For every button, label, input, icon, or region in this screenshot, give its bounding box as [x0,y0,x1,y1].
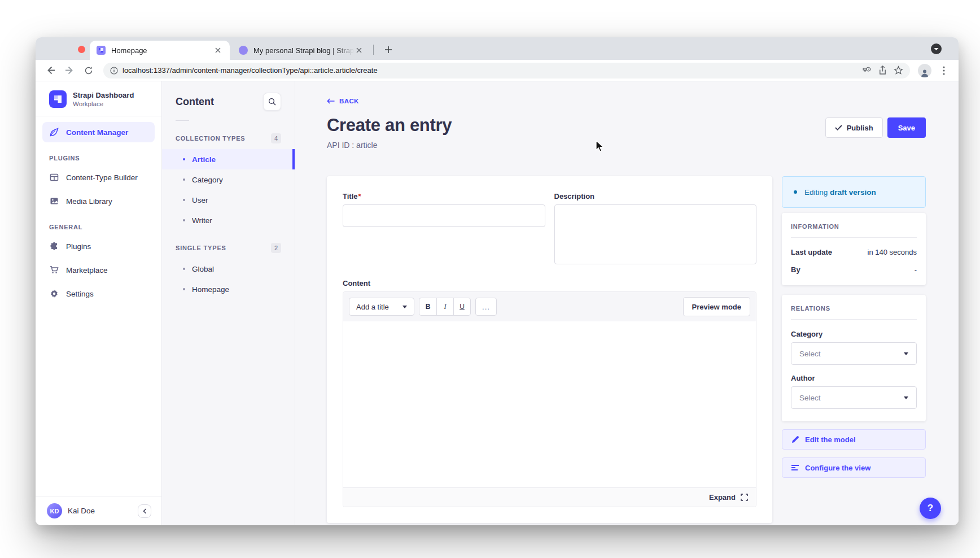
browser-window: Homepage My personal Strapi blog | Strap [36,37,959,525]
close-window-button[interactable] [78,46,85,53]
pencil-icon [791,435,799,443]
publish-button[interactable]: Publish [825,117,883,138]
description-textarea[interactable] [554,204,757,264]
tab-homepage[interactable]: Homepage [90,41,230,60]
star-icon[interactable] [894,66,903,75]
subnav-item-article[interactable]: Article [162,149,295,169]
sidebar-item-label: Media Library [66,197,112,206]
relations-title: RELATIONS [791,305,917,312]
preview-mode-button[interactable]: Preview mode [683,297,750,316]
information-title: INFORMATION [791,223,917,230]
url-text: localhost:1337/admin/content-manager/col… [123,66,858,75]
sidebar-item-label: Settings [66,290,94,298]
tab-search-button[interactable] [931,43,942,54]
key-icon[interactable] [862,66,872,75]
app-name: Strapi Dashboard [73,91,134,99]
blog-favicon-icon [239,46,248,55]
divider [36,116,161,116]
entry-side-panel: Editing draft version INFORMATION Last u… [782,176,926,478]
draft-version-banner: Editing draft version [782,176,926,208]
title-input[interactable] [343,204,545,227]
workspace-name: Workplace [73,101,134,107]
category-label: Category [791,330,917,338]
search-button[interactable] [263,93,281,111]
collection-types-count-badge: 4 [271,133,281,143]
chevron-down-icon [904,396,908,399]
expand-icon[interactable] [741,494,748,501]
user-row: KD Kai Doe [36,496,161,525]
italic-button[interactable]: I [436,298,453,315]
layout-lines-icon [791,464,799,471]
more-formats-button[interactable]: ... [475,298,497,316]
content-field-label: Content [343,279,756,287]
bold-button[interactable]: B [419,298,436,315]
workspace-header[interactable]: Strapi Dashboard Workplace [36,81,161,116]
share-icon[interactable] [878,66,887,75]
reload-button[interactable] [82,64,95,77]
check-icon [835,125,842,130]
chevron-down-icon [904,352,908,355]
puzzle-icon [49,241,59,251]
title-field-label: Title* [343,192,545,200]
sidebar-item-settings[interactable]: Settings [42,284,155,304]
main-content: BACK Create an entry API ID : article Pu… [295,81,959,525]
by-value: - [915,265,917,274]
subnav-item-label: User [192,196,208,204]
sidebar-item-label: Plugins [66,242,91,251]
subnav-item-writer[interactable]: Writer [162,210,295,230]
sidebar-item-media-library[interactable]: Media Library [42,191,155,211]
underline-button[interactable]: U [453,298,470,315]
edit-model-button[interactable]: Edit the model [782,429,926,450]
editor-footer: Expand [343,487,756,507]
rich-text-editor: Add a title B I U ... Previ [343,291,756,507]
tab-divider [373,45,374,55]
image-icon [49,196,59,206]
subnav-item-label: Homepage [192,285,229,294]
strapi-app: Strapi Dashboard Workplace Content Manag… [36,81,959,525]
information-card: INFORMATION Last update in 140 seconds B… [782,213,926,285]
author-label: Author [791,374,917,382]
back-link[interactable]: BACK [327,98,359,104]
new-tab-button[interactable] [381,42,396,57]
bullet-icon [183,288,185,290]
sidebar-item-content-type-builder[interactable]: Content-Type Builder [42,167,155,188]
add-title-dropdown[interactable]: Add a title [349,298,414,316]
sidebar-section-general: GENERAL [36,215,161,236]
subnav-item-homepage[interactable]: Homepage [162,279,295,299]
browser-profile-avatar[interactable] [918,64,931,77]
configure-view-button[interactable]: Configure the view [782,457,926,478]
subnav-item-global[interactable]: Global [162,259,295,279]
expand-button[interactable]: Expand [709,493,736,502]
divider [791,319,917,320]
forward-arrow-icon [65,66,75,75]
sidebar-item-plugins[interactable]: Plugins [42,236,155,256]
browser-menu-button[interactable] [937,64,951,77]
tab-blog[interactable]: My personal Strapi blog | Strap [232,41,371,60]
relations-card: RELATIONS Category Select Author Select [782,295,926,421]
subnav-item-user[interactable]: User [162,190,295,210]
info-icon[interactable] [110,67,118,75]
collapse-sidebar-button[interactable] [138,504,151,518]
pen-icon [49,127,59,137]
category-select[interactable]: Select [791,342,917,365]
tab-close-icon[interactable] [213,45,223,55]
sidebar-section-plugins: PLUGINS [36,146,161,167]
help-button[interactable]: ? [920,498,941,519]
author-select[interactable]: Select [791,386,917,409]
tab-close-icon[interactable] [354,45,364,55]
tab-title: Homepage [111,46,213,55]
bullet-icon [183,268,185,270]
last-update-row: Last update in 140 seconds [791,248,917,256]
back-button[interactable] [43,64,57,77]
save-button[interactable]: Save [887,117,926,138]
back-arrow-icon [46,66,55,75]
subnav-item-category[interactable]: Category [162,169,295,190]
forward-button[interactable] [63,64,76,77]
single-types-label: SINGLE TYPES [176,245,226,251]
tab-title: My personal Strapi blog | Strap [253,46,354,55]
user-avatar[interactable]: KD [47,503,62,518]
sidebar-item-marketplace[interactable]: Marketplace [42,260,155,280]
url-bar[interactable]: localhost:1337/admin/content-manager/col… [103,63,910,79]
editor-body[interactable] [343,321,756,487]
sidebar-item-content-manager[interactable]: Content Manager [42,122,155,142]
